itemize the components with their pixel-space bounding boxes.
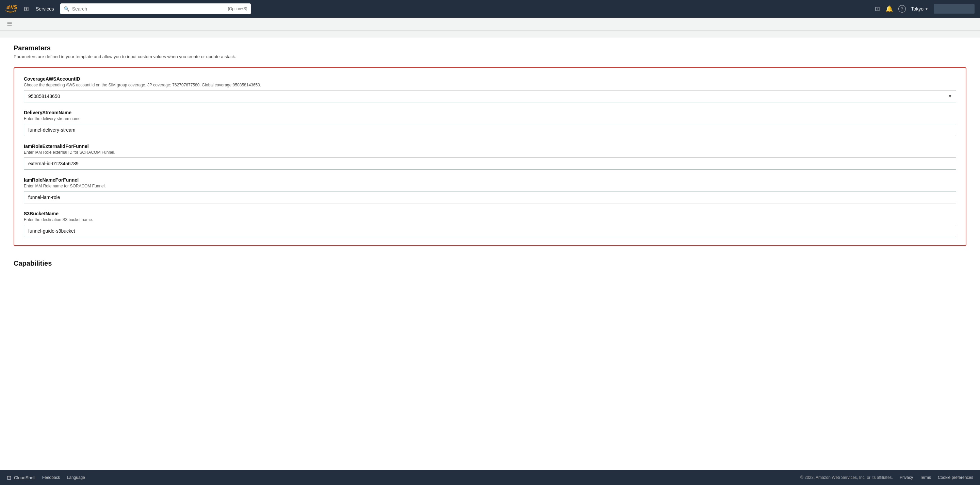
param-group-iam-external-id: IamRoleExternalIdForFunnel Enter IAM Rol… bbox=[24, 143, 956, 170]
page-description: Parameters are defined in your template … bbox=[14, 54, 966, 59]
cloudshell-button[interactable]: ⊡ CloudShell bbox=[7, 474, 35, 481]
bottom-bar: ⊡ CloudShell Feedback Language © 2023, A… bbox=[0, 470, 980, 485]
param-hint-iam-role-name: Enter IAM Role name for SORACOM Funnel. bbox=[24, 184, 956, 188]
terminal-icon[interactable]: ⊡ bbox=[875, 5, 880, 13]
parameters-box: CoverageAWSAccountID Choose the dependin… bbox=[14, 67, 966, 246]
param-label-delivery: DeliveryStreamName bbox=[24, 110, 956, 115]
help-icon[interactable]: ? bbox=[898, 5, 906, 13]
user-menu[interactable] bbox=[934, 4, 975, 14]
cloudshell-icon: ⊡ bbox=[7, 474, 11, 481]
param-hint-s3-bucket: Enter the destination S3 bucket name. bbox=[24, 217, 956, 222]
param-label-s3-bucket: S3BucketName bbox=[24, 211, 956, 216]
iam-role-name-input[interactable] bbox=[24, 191, 956, 204]
terms-link[interactable]: Terms bbox=[920, 475, 931, 480]
s3-bucket-name-input[interactable] bbox=[24, 225, 956, 237]
param-group-delivery-stream: DeliveryStreamName Enter the delivery st… bbox=[24, 110, 956, 136]
region-label: Tokyo bbox=[911, 6, 924, 11]
param-label-coverage: CoverageAWSAccountID bbox=[24, 76, 956, 82]
main-layout: Parameters Parameters are defined in you… bbox=[0, 30, 980, 470]
param-hint-coverage: Choose the depending AWS account id on t… bbox=[24, 83, 956, 87]
page-section: Parameters Parameters are defined in you… bbox=[14, 44, 966, 267]
sidebar-toggle-button[interactable]: ☰ bbox=[3, 19, 16, 29]
feedback-link[interactable]: Feedback bbox=[42, 475, 60, 480]
copyright-text: © 2023, Amazon Web Services, Inc. or its… bbox=[800, 475, 893, 480]
param-label-iam-external: IamRoleExternalIdForFunnel bbox=[24, 143, 956, 149]
page-title: Parameters bbox=[14, 44, 966, 52]
cloudshell-label: CloudShell bbox=[14, 475, 35, 480]
privacy-link[interactable]: Privacy bbox=[900, 475, 913, 480]
top-navigation: ⊞ Services 🔍 [Option+S] ⊡ 🔔 ? Tokyo ▼ bbox=[0, 0, 980, 17]
nav-right-group: ⊡ 🔔 ? Tokyo ▼ bbox=[875, 4, 975, 14]
capabilities-heading: Capabilities bbox=[14, 257, 966, 267]
iam-external-id-input[interactable] bbox=[24, 157, 956, 170]
search-shortcut-hint: [Option+S] bbox=[228, 6, 247, 11]
param-group-coverage-aws-account-id: CoverageAWSAccountID Choose the dependin… bbox=[24, 76, 956, 102]
aws-logo[interactable] bbox=[5, 5, 18, 13]
search-icon: 🔍 bbox=[64, 6, 69, 11]
param-select-wrapper-coverage: 950858143650 762707677580 ▼ bbox=[24, 90, 956, 102]
cookie-preferences-link[interactable]: Cookie preferences bbox=[938, 475, 973, 480]
top-strip bbox=[0, 30, 980, 37]
services-button[interactable]: Services bbox=[34, 5, 56, 13]
grid-icon[interactable]: ⊞ bbox=[24, 5, 29, 13]
param-hint-iam-external: Enter IAM Role external ID for SORACOM F… bbox=[24, 150, 956, 155]
search-input[interactable] bbox=[72, 6, 225, 11]
param-group-iam-role-name: IamRoleNameForFunnel Enter IAM Role name… bbox=[24, 177, 956, 204]
param-hint-delivery: Enter the delivery stream name. bbox=[24, 116, 956, 121]
param-group-s3-bucket: S3BucketName Enter the destination S3 bu… bbox=[24, 211, 956, 237]
region-caret-icon: ▼ bbox=[925, 7, 928, 11]
delivery-stream-name-input[interactable] bbox=[24, 124, 956, 136]
main-content: Parameters Parameters are defined in you… bbox=[0, 30, 980, 470]
language-link[interactable]: Language bbox=[67, 475, 85, 480]
region-selector[interactable]: Tokyo ▼ bbox=[911, 6, 928, 11]
sub-nav-bar: ☰ bbox=[0, 17, 980, 30]
param-label-iam-role-name: IamRoleNameForFunnel bbox=[24, 177, 956, 183]
bell-icon[interactable]: 🔔 bbox=[885, 5, 893, 13]
coverage-account-id-select[interactable]: 950858143650 762707677580 bbox=[24, 90, 956, 102]
search-bar: 🔍 [Option+S] bbox=[60, 3, 251, 14]
bottom-links-group: © 2023, Amazon Web Services, Inc. or its… bbox=[800, 475, 973, 480]
